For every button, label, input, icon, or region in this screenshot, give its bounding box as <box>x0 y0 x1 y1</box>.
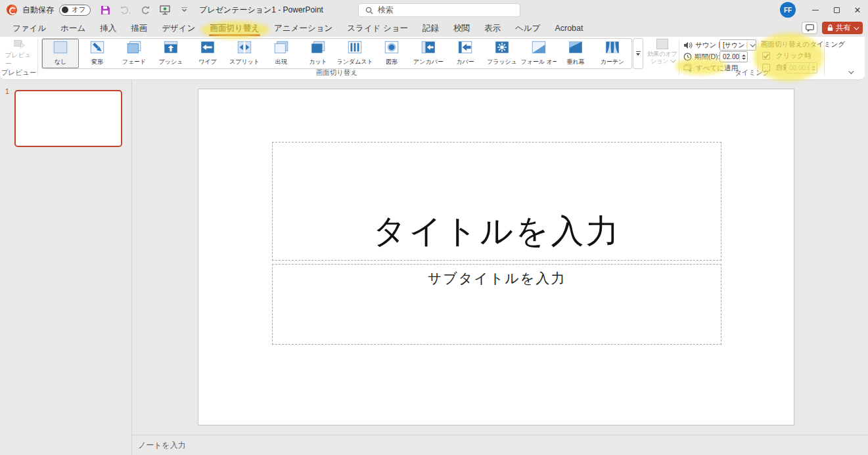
cut-icon <box>309 41 327 56</box>
preview-group-label: プレビュー <box>0 68 37 77</box>
tab-スライド ショー[interactable]: スライド ショー <box>340 20 415 37</box>
transition-shape[interactable]: 図形 <box>373 39 410 68</box>
collapse-ribbon-button[interactable] <box>845 68 856 76</box>
sound-select[interactable]: [サウンドなし] <box>720 39 756 51</box>
transition-random-bars[interactable]: ランダムスト… <box>336 39 373 68</box>
tab-Acrobat[interactable]: Acrobat <box>547 20 590 37</box>
timing-group-label: タイミング <box>683 68 821 77</box>
transition-fall-over[interactable]: フォール オー… <box>520 39 557 68</box>
restore-icon <box>834 7 840 13</box>
wipe-icon <box>199 41 216 56</box>
minimize-button[interactable] <box>805 0 826 20</box>
powerpoint-app-icon <box>7 5 17 15</box>
tab-ファイル[interactable]: ファイル <box>5 20 53 37</box>
notes-placeholder[interactable]: ノートを入力 <box>138 440 186 451</box>
split-icon <box>236 41 253 56</box>
sound-dropdown-icon[interactable] <box>747 40 756 50</box>
comment-icon <box>806 24 814 32</box>
title-placeholder[interactable]: タイトルを入力 <box>272 142 721 261</box>
tab-表示[interactable]: 表示 <box>477 20 508 37</box>
flash-icon <box>493 41 511 56</box>
transition-reveal[interactable]: 出現 <box>263 39 300 68</box>
sound-value: [サウンドなし] <box>720 41 747 50</box>
fall-over-icon <box>530 41 547 56</box>
tab-ホーム[interactable]: ホーム <box>53 20 93 37</box>
group-separator <box>37 39 38 76</box>
transition-split[interactable]: スプリット <box>226 39 263 68</box>
tab-校閲[interactable]: 校閲 <box>446 20 477 37</box>
collapse-ribbon-icon <box>848 68 854 74</box>
transition-cover[interactable]: カバー <box>447 39 484 68</box>
search-input[interactable]: 検索 <box>358 3 520 17</box>
duration-input[interactable]: 02.00 <box>720 51 748 62</box>
tab-ヘルプ[interactable]: ヘルプ <box>508 20 547 37</box>
tab-デザイン[interactable]: デザイン <box>154 20 202 37</box>
preview-button-label: プレビュー <box>5 51 34 68</box>
duration-value: 02.00 <box>720 53 739 60</box>
duration-clock-icon <box>683 53 692 61</box>
drape-icon <box>567 41 584 56</box>
transition-curtain[interactable]: カーテン <box>594 39 631 68</box>
avatar[interactable]: FF <box>780 2 796 18</box>
slide-canvas: タイトルを入力 サブタイトルを入力 <box>198 89 794 425</box>
transition-drape[interactable]: 垂れ幕 <box>557 39 594 68</box>
restore-button[interactable] <box>826 0 847 20</box>
save-icon[interactable] <box>100 5 111 16</box>
lock-icon <box>827 24 833 32</box>
effect-options-button[interactable]: 効果のオプション <box>647 39 678 73</box>
search-placeholder: 検索 <box>378 5 394 16</box>
none-transition-icon <box>52 41 69 56</box>
tab-描画[interactable]: 描画 <box>124 20 154 37</box>
close-icon: ✕ <box>854 5 861 15</box>
effect-options-label: 効果のオプション <box>647 51 678 66</box>
transition-uncover[interactable]: アンカバー <box>410 39 447 68</box>
ribbon-transitions: プレビュー プレビュー なし 変形 フェード プッシュ ワイプ スプリット 出現… <box>0 37 865 80</box>
uncover-icon <box>420 41 437 56</box>
transition-morph[interactable]: 変形 <box>79 39 116 68</box>
transition-flash[interactable]: フラッシュ <box>484 39 520 68</box>
on-click-checkbox[interactable] <box>762 52 770 60</box>
on-click-checkbox-row[interactable]: クリック時 <box>762 51 811 60</box>
transition-fade[interactable]: フェード <box>116 39 152 68</box>
active-tab-underline <box>209 34 260 36</box>
transition-wipe[interactable]: ワイプ <box>189 39 226 68</box>
slide-thumbnail[interactable] <box>14 90 122 147</box>
ribbon-tab-bar: ファイルホーム挿入描画デザイン画面切り替えアニメーションスライド ショー記録校閲… <box>0 20 868 37</box>
random-bars-icon <box>346 41 363 56</box>
panel-divider[interactable] <box>131 80 132 455</box>
autosave-toggle-knob <box>62 7 68 13</box>
preview-icon <box>11 39 28 49</box>
title-placeholder-text: タイトルを入力 <box>373 209 621 260</box>
transition-cut[interactable]: カット <box>300 39 336 68</box>
share-button[interactable]: 共有 <box>822 22 863 34</box>
group-separator <box>679 39 679 76</box>
close-button[interactable]: ✕ <box>847 0 868 20</box>
comments-button[interactable] <box>802 22 817 34</box>
autosave-toggle[interactable]: オフ <box>59 5 91 16</box>
subtitle-placeholder[interactable]: サブタイトルを入力 <box>272 264 721 345</box>
title-bar: 自動保存 オフ プレゼンテーション1 - PowerPoint 検索 FF ✕ <box>0 0 868 20</box>
transition-push[interactable]: プッシュ <box>152 39 189 68</box>
slideshow-from-start-icon[interactable] <box>159 5 170 16</box>
shape-icon <box>383 41 400 56</box>
tab-挿入[interactable]: 挿入 <box>93 20 124 37</box>
gallery-more-button[interactable] <box>633 38 643 69</box>
slide-number: 1 <box>5 87 9 95</box>
reveal-icon <box>273 41 290 56</box>
tab-画面切り替え[interactable]: 画面切り替え <box>202 20 267 37</box>
undo-icon[interactable] <box>120 5 131 16</box>
notes-divider[interactable] <box>131 435 868 435</box>
customize-quick-access-icon[interactable] <box>179 5 190 16</box>
duration-spinner[interactable] <box>739 52 747 62</box>
autosave-state: オフ <box>72 5 86 14</box>
tab-アニメーション[interactable]: アニメーション <box>267 20 340 37</box>
transitions-group-label: 画面切り替え <box>41 68 632 77</box>
group-separator <box>824 39 825 76</box>
tab-記録[interactable]: 記録 <box>415 20 446 37</box>
transition-none-transition[interactable]: なし <box>42 39 79 68</box>
preview-button[interactable]: プレビュー <box>5 39 34 68</box>
redo-icon[interactable] <box>139 5 150 16</box>
workspace: 1 タイトルを入力 サブタイトルを入力 ノートを入力 <box>0 80 868 455</box>
on-click-label: クリック時 <box>776 51 811 60</box>
search-icon <box>365 7 373 14</box>
